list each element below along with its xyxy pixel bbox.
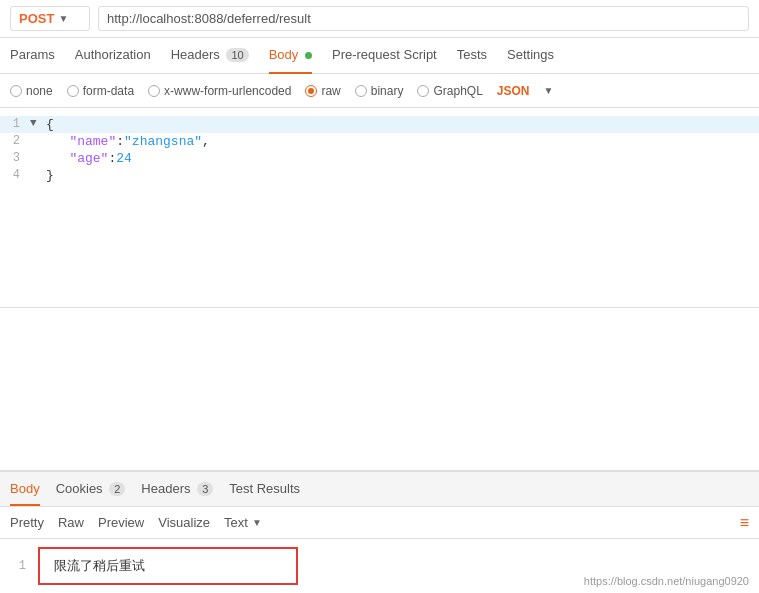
option-none[interactable]: none (10, 84, 53, 98)
radio-none (10, 85, 22, 97)
resp-headers-badge: 3 (197, 482, 213, 496)
line-content-3: "age":24 (46, 151, 759, 166)
text-dropdown-icon: ▼ (252, 517, 262, 528)
tab-body[interactable]: Body (269, 37, 312, 74)
radio-graphql (417, 85, 429, 97)
resp-sub-tab-visualize[interactable]: Visualize (158, 511, 210, 534)
line-content-2: "name":"zhangsna", (46, 134, 759, 149)
resp-tab-test-results[interactable]: Test Results (229, 473, 300, 506)
radio-binary (355, 85, 367, 97)
request-tabs: Params Authorization Headers 10 Body Pre… (0, 38, 759, 74)
resp-sub-tab-raw[interactable]: Raw (58, 511, 84, 534)
line-number-4: 4 (0, 168, 30, 182)
wrap-text-icon[interactable]: ≡ (740, 514, 749, 532)
radio-form-data (67, 85, 79, 97)
key-age: "age" (69, 151, 108, 166)
option-form-data[interactable]: form-data (67, 84, 134, 98)
line-content-1: { (46, 117, 759, 132)
option-urlencoded[interactable]: x-www-form-urlencoded (148, 84, 291, 98)
cookies-badge: 2 (109, 482, 125, 496)
line-number-1: 1 (0, 117, 30, 131)
code-editor[interactable]: 1 ▼ { 2 "name":"zhangsna", 3 "age":24 4 … (0, 108, 759, 308)
key-name: "name" (69, 134, 116, 149)
radio-urlencoded (148, 85, 160, 97)
body-options: none form-data x-www-form-urlencoded raw… (0, 74, 759, 108)
value-name: "zhangsna" (124, 134, 202, 149)
method-chevron-icon: ▼ (58, 13, 68, 24)
text-format-dropdown[interactable]: Text ▼ (224, 515, 262, 530)
tab-tests[interactable]: Tests (457, 37, 487, 74)
url-input[interactable] (98, 6, 749, 31)
method-label: POST (19, 11, 54, 26)
json-format-label[interactable]: JSON (497, 84, 530, 98)
resp-tab-cookies[interactable]: Cookies 2 (56, 473, 126, 506)
body-dot-indicator (305, 52, 312, 59)
response-sub-tabs: Pretty Raw Preview Visualize Text ▼ ≡ (0, 507, 759, 539)
line-arrow-1: ▼ (30, 117, 46, 129)
response-text: 限流了稍后重试 (54, 559, 145, 574)
resp-tab-body[interactable]: Body (10, 473, 40, 506)
line-number-2: 2 (0, 134, 30, 148)
code-line-4: 4 } (0, 167, 759, 184)
line-content-4: } (46, 168, 759, 183)
tab-params[interactable]: Params (10, 37, 55, 74)
json-dropdown-icon[interactable]: ▼ (544, 85, 554, 96)
tab-headers[interactable]: Headers 10 (171, 37, 249, 74)
option-graphql[interactable]: GraphQL (417, 84, 482, 98)
url-bar: POST ▼ (0, 0, 759, 38)
code-line-3: 3 "age":24 (0, 150, 759, 167)
resp-sub-tab-pretty[interactable]: Pretty (10, 511, 44, 534)
tab-settings[interactable]: Settings (507, 37, 554, 74)
resp-sub-tab-preview[interactable]: Preview (98, 511, 144, 534)
method-select[interactable]: POST ▼ (10, 6, 90, 31)
tab-pre-request-script[interactable]: Pre-request Script (332, 37, 437, 74)
response-tabs: Body Cookies 2 Headers 3 Test Results (0, 471, 759, 507)
tab-authorization[interactable]: Authorization (75, 37, 151, 74)
radio-raw (305, 85, 317, 97)
value-age: 24 (116, 151, 132, 166)
option-binary[interactable]: binary (355, 84, 404, 98)
editor-empty-space (0, 308, 759, 471)
headers-badge: 10 (226, 48, 248, 62)
code-line-2: 2 "name":"zhangsna", (0, 133, 759, 150)
resp-tab-headers[interactable]: Headers 3 (141, 473, 213, 506)
resp-line-number: 1 (10, 559, 26, 573)
response-content-box: 限流了稍后重试 (38, 547, 298, 585)
footer-link: https://blog.csdn.net/niugang0920 (584, 575, 749, 587)
line-number-3: 3 (0, 151, 30, 165)
code-line-1: 1 ▼ { (0, 116, 759, 133)
option-raw[interactable]: raw (305, 84, 340, 98)
